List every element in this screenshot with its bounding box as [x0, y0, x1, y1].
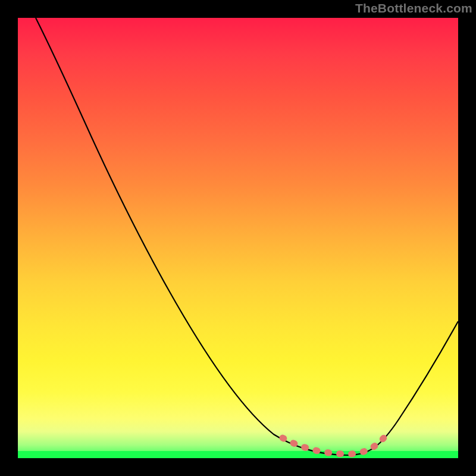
chart-root: TheBottleneck.com [0, 0, 476, 476]
watermark-text: TheBottleneck.com [355, 1, 472, 15]
curve-path [36, 18, 458, 455]
bottleneck-curve [18, 18, 458, 458]
plot-area [18, 18, 458, 458]
